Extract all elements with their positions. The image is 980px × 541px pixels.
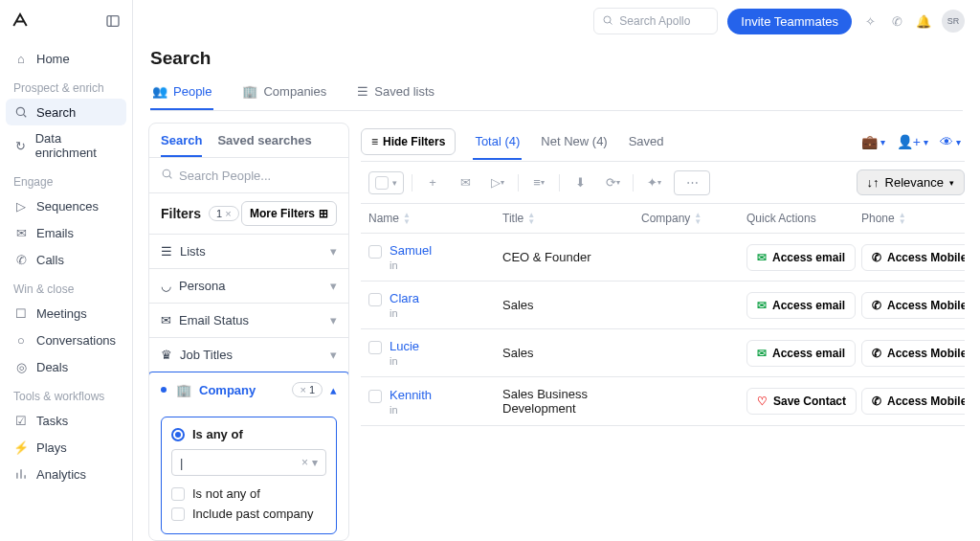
person-name-link[interactable]: Clara	[390, 291, 419, 305]
add-icon[interactable]: +	[420, 170, 445, 195]
row-checkbox[interactable]	[368, 341, 382, 354]
send-icon[interactable]: ▷▾	[485, 170, 510, 195]
sort-relevance-button[interactable]: ↓↑ Relevance ▾	[857, 169, 965, 195]
person-name-link[interactable]: Samuel	[390, 243, 432, 258]
more-filters-button[interactable]: More Filters ⊞	[241, 201, 337, 226]
clear-input-icon[interactable]: ×	[301, 456, 308, 469]
access-mobile-button[interactable]: ✆Access Mobile	[861, 244, 965, 271]
row-checkbox[interactable]	[368, 390, 382, 403]
option-is-not-any-of[interactable]: Is not any of	[171, 484, 326, 504]
save-contact-button[interactable]: ♡Save Contact	[746, 388, 857, 415]
email-icon: ✉	[757, 251, 767, 264]
option-include-past[interactable]: Include past company	[171, 504, 326, 524]
phone-icon: ✆	[13, 252, 29, 267]
svg-point-9	[163, 169, 170, 177]
sidebar-calls[interactable]: ✆ Calls	[6, 246, 126, 273]
filters-count-badge[interactable]: 1 ×	[209, 206, 239, 221]
sidebar-analytics[interactable]: Analytics	[6, 461, 126, 487]
hide-filters-button[interactable]: ≡ Hide Filters	[361, 128, 456, 155]
chevron-down-icon: ▾	[330, 313, 337, 327]
filter-job-titles[interactable]: ♛Job Titles ▾	[149, 338, 348, 372]
linkedin-icon[interactable]: in	[390, 355, 419, 367]
access-mobile-button[interactable]: ✆Access Mobile	[861, 292, 965, 319]
filter-tab-saved[interactable]: Saved searches	[217, 133, 311, 157]
option-is-any-of[interactable]: Is any of	[171, 427, 326, 441]
clear-icon[interactable]: ×	[225, 208, 231, 219]
result-tab-saved[interactable]: Saved	[627, 124, 666, 160]
filter-search-input[interactable]: Search People...	[149, 158, 348, 193]
more-icon[interactable]: ⋯	[674, 170, 710, 195]
download-icon[interactable]: ⬇	[568, 170, 592, 195]
company-input[interactable]: | × ▾	[171, 449, 326, 476]
access-mobile-button[interactable]: ✆Access Mobile	[861, 340, 965, 367]
filter-tab-search[interactable]: Search	[161, 133, 202, 157]
sidebar-sequences[interactable]: ▷ Sequences	[6, 192, 126, 219]
sidebar-emails[interactable]: ✉ Emails	[6, 219, 126, 246]
dropdown-icon[interactable]: ▾	[312, 456, 318, 469]
briefcase-action[interactable]: 💼▾	[861, 134, 885, 149]
invite-teammates-button[interactable]: Invite Teammates	[727, 9, 852, 34]
nav-section-win: Win & close	[6, 273, 126, 300]
svg-point-2	[16, 107, 24, 115]
user-avatar[interactable]: SR	[942, 10, 965, 33]
results-panel: ≡ Hide Filters Total (4) Net New (4) Sav…	[361, 123, 965, 541]
linkedin-icon[interactable]: in	[390, 259, 432, 271]
col-title[interactable]: Title ▲▼	[502, 212, 641, 225]
nav-label: Tasks	[36, 414, 68, 428]
result-tab-net-new[interactable]: Net New (4)	[539, 124, 609, 160]
ai-icon[interactable]: ✦▾	[641, 170, 666, 195]
sidebar-tasks[interactable]: ☑ Tasks	[6, 407, 126, 434]
tab-companies[interactable]: 🏢 Companies	[240, 84, 328, 110]
sidebar-home[interactable]: ⌂ Home	[6, 45, 126, 72]
sidebar-data-enrichment[interactable]: ↻ Data enrichment	[6, 125, 126, 166]
add-user-action[interactable]: 👤+▾	[897, 134, 928, 149]
filter-lists[interactable]: ☰Lists ▾	[149, 235, 348, 269]
filter-company[interactable]: 🏢Company ×1 ▴	[149, 372, 348, 407]
access-email-button[interactable]: ✉Access email	[746, 292, 856, 319]
enrich-icon[interactable]: ⟳▾	[600, 170, 625, 195]
sort-arrows-icon: ▲▼	[527, 212, 535, 225]
row-checkbox[interactable]	[368, 245, 382, 259]
col-company[interactable]: Company ▲▼	[641, 212, 746, 225]
sidebar-meetings[interactable]: ☐ Meetings	[6, 300, 126, 327]
global-search-input[interactable]: Search Apollo	[593, 8, 718, 34]
radio-on-icon	[171, 428, 185, 441]
access-email-button[interactable]: ✉Access email	[746, 244, 856, 271]
person-name-link[interactable]: Lucie	[390, 339, 419, 353]
sequence-icon[interactable]: ≡▾	[526, 170, 551, 195]
company-count-badge[interactable]: ×1	[292, 382, 323, 397]
active-dot-icon	[161, 387, 167, 393]
mail-icon[interactable]: ✉	[453, 170, 478, 195]
nav-label: Meetings	[36, 306, 87, 321]
sidebar-conversations[interactable]: ○ Conversations	[6, 327, 126, 353]
tab-saved-lists[interactable]: ☰ Saved lists	[355, 84, 436, 110]
checkbox-icon	[171, 507, 185, 521]
access-email-button[interactable]: ✉Access email	[746, 340, 856, 367]
notification-icon[interactable]: 🔔	[915, 12, 932, 30]
row-checkbox[interactable]	[368, 293, 382, 306]
phone-icon[interactable]: ✆	[888, 12, 905, 30]
result-tab-total[interactable]: Total (4)	[473, 124, 522, 160]
badge-icon: ♛	[161, 348, 172, 362]
linkedin-icon[interactable]: in	[390, 404, 432, 416]
person-name-link[interactable]: Kennith	[390, 388, 432, 402]
sidebar-search[interactable]: Search	[6, 99, 126, 125]
search-icon	[161, 168, 173, 183]
mail-icon: ✉	[13, 225, 29, 240]
access-mobile-button[interactable]: ✆Access Mobile	[861, 388, 965, 415]
person-title: Sales	[502, 298, 641, 312]
svg-point-7	[604, 16, 611, 23]
checkbox-icon	[171, 487, 185, 501]
sidebar-plays[interactable]: ⚡ Plays	[6, 434, 126, 461]
select-all-checkbox[interactable]: ▾	[368, 171, 404, 194]
tab-people[interactable]: 👥 People	[150, 84, 213, 110]
collapse-sidebar-icon[interactable]	[105, 13, 121, 32]
extension-icon[interactable]: ✧	[861, 12, 879, 30]
filter-email-status[interactable]: ✉Email Status ▾	[149, 304, 348, 338]
sidebar-deals[interactable]: ◎ Deals	[6, 353, 126, 380]
eye-action[interactable]: 👁▾	[940, 134, 961, 149]
col-name[interactable]: Name ▲▼	[368, 212, 502, 225]
col-phone[interactable]: Phone ▲▼	[861, 212, 957, 225]
filter-persona[interactable]: ◡Persona ▾	[149, 269, 348, 304]
linkedin-icon[interactable]: in	[390, 307, 419, 319]
